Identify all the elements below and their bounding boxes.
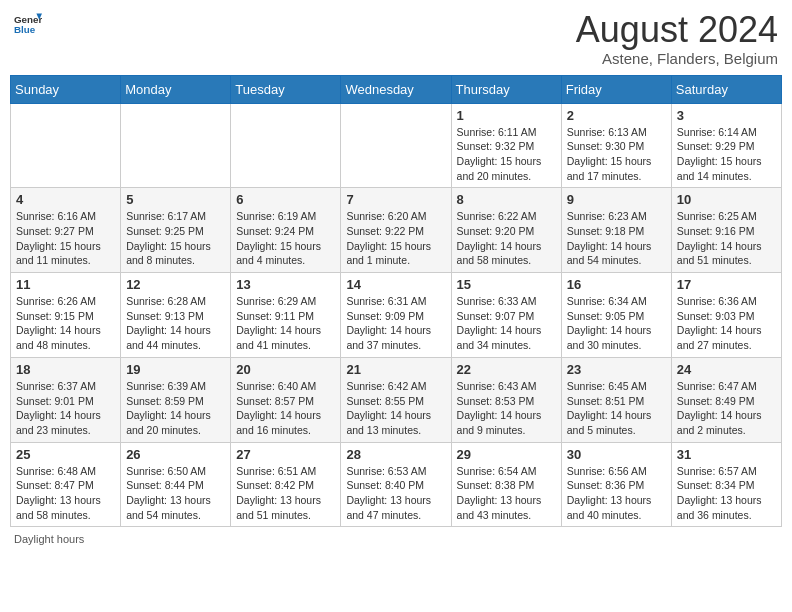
day-info: Sunrise: 6:22 AMSunset: 9:20 PMDaylight:…: [457, 209, 556, 268]
calendar-cell: 28Sunrise: 6:53 AMSunset: 8:40 PMDayligh…: [341, 442, 451, 527]
daylight-label: Daylight hours: [14, 533, 84, 545]
day-number: 17: [677, 277, 776, 292]
day-number: 22: [457, 362, 556, 377]
day-info: Sunrise: 6:23 AMSunset: 9:18 PMDaylight:…: [567, 209, 666, 268]
day-info: Sunrise: 6:16 AMSunset: 9:27 PMDaylight:…: [16, 209, 115, 268]
calendar-day-header: Thursday: [451, 75, 561, 103]
day-info: Sunrise: 6:11 AMSunset: 9:32 PMDaylight:…: [457, 125, 556, 184]
day-info: Sunrise: 6:26 AMSunset: 9:15 PMDaylight:…: [16, 294, 115, 353]
day-number: 1: [457, 108, 556, 123]
calendar-cell: 18Sunrise: 6:37 AMSunset: 9:01 PMDayligh…: [11, 357, 121, 442]
calendar-header-row: SundayMondayTuesdayWednesdayThursdayFrid…: [11, 75, 782, 103]
calendar-table: SundayMondayTuesdayWednesdayThursdayFrid…: [10, 75, 782, 528]
day-number: 21: [346, 362, 445, 377]
calendar-cell: 3Sunrise: 6:14 AMSunset: 9:29 PMDaylight…: [671, 103, 781, 188]
calendar-week-row: 11Sunrise: 6:26 AMSunset: 9:15 PMDayligh…: [11, 273, 782, 358]
page-header: General Blue August 2024 Astene, Flander…: [10, 10, 782, 67]
day-info: Sunrise: 6:36 AMSunset: 9:03 PMDaylight:…: [677, 294, 776, 353]
day-info: Sunrise: 6:40 AMSunset: 8:57 PMDaylight:…: [236, 379, 335, 438]
calendar-cell: 5Sunrise: 6:17 AMSunset: 9:25 PMDaylight…: [121, 188, 231, 273]
day-info: Sunrise: 6:53 AMSunset: 8:40 PMDaylight:…: [346, 464, 445, 523]
day-number: 15: [457, 277, 556, 292]
calendar-day-header: Monday: [121, 75, 231, 103]
calendar-day-header: Wednesday: [341, 75, 451, 103]
day-info: Sunrise: 6:45 AMSunset: 8:51 PMDaylight:…: [567, 379, 666, 438]
calendar-cell: 10Sunrise: 6:25 AMSunset: 9:16 PMDayligh…: [671, 188, 781, 273]
day-number: 26: [126, 447, 225, 462]
calendar-cell: 9Sunrise: 6:23 AMSunset: 9:18 PMDaylight…: [561, 188, 671, 273]
calendar-day-header: Friday: [561, 75, 671, 103]
day-info: Sunrise: 6:57 AMSunset: 8:34 PMDaylight:…: [677, 464, 776, 523]
day-info: Sunrise: 6:51 AMSunset: 8:42 PMDaylight:…: [236, 464, 335, 523]
calendar-cell: 21Sunrise: 6:42 AMSunset: 8:55 PMDayligh…: [341, 357, 451, 442]
day-info: Sunrise: 6:43 AMSunset: 8:53 PMDaylight:…: [457, 379, 556, 438]
day-number: 19: [126, 362, 225, 377]
calendar-week-row: 1Sunrise: 6:11 AMSunset: 9:32 PMDaylight…: [11, 103, 782, 188]
day-number: 16: [567, 277, 666, 292]
calendar-cell: 14Sunrise: 6:31 AMSunset: 9:09 PMDayligh…: [341, 273, 451, 358]
calendar-cell: 12Sunrise: 6:28 AMSunset: 9:13 PMDayligh…: [121, 273, 231, 358]
calendar-cell: 7Sunrise: 6:20 AMSunset: 9:22 PMDaylight…: [341, 188, 451, 273]
calendar-week-row: 25Sunrise: 6:48 AMSunset: 8:47 PMDayligh…: [11, 442, 782, 527]
day-info: Sunrise: 6:37 AMSunset: 9:01 PMDaylight:…: [16, 379, 115, 438]
day-number: 7: [346, 192, 445, 207]
day-info: Sunrise: 6:47 AMSunset: 8:49 PMDaylight:…: [677, 379, 776, 438]
day-info: Sunrise: 6:34 AMSunset: 9:05 PMDaylight:…: [567, 294, 666, 353]
calendar-cell: 19Sunrise: 6:39 AMSunset: 8:59 PMDayligh…: [121, 357, 231, 442]
calendar-cell: 15Sunrise: 6:33 AMSunset: 9:07 PMDayligh…: [451, 273, 561, 358]
svg-text:Blue: Blue: [14, 24, 36, 35]
day-info: Sunrise: 6:50 AMSunset: 8:44 PMDaylight:…: [126, 464, 225, 523]
day-info: Sunrise: 6:54 AMSunset: 8:38 PMDaylight:…: [457, 464, 556, 523]
day-number: 4: [16, 192, 115, 207]
day-number: 31: [677, 447, 776, 462]
page-subtitle: Astene, Flanders, Belgium: [576, 50, 778, 67]
day-number: 8: [457, 192, 556, 207]
calendar-cell: 4Sunrise: 6:16 AMSunset: 9:27 PMDaylight…: [11, 188, 121, 273]
logo-icon: General Blue: [14, 10, 42, 38]
calendar-cell: 24Sunrise: 6:47 AMSunset: 8:49 PMDayligh…: [671, 357, 781, 442]
calendar-cell: 26Sunrise: 6:50 AMSunset: 8:44 PMDayligh…: [121, 442, 231, 527]
day-number: 10: [677, 192, 776, 207]
day-number: 29: [457, 447, 556, 462]
calendar-cell: 25Sunrise: 6:48 AMSunset: 8:47 PMDayligh…: [11, 442, 121, 527]
day-info: Sunrise: 6:17 AMSunset: 9:25 PMDaylight:…: [126, 209, 225, 268]
day-info: Sunrise: 6:28 AMSunset: 9:13 PMDaylight:…: [126, 294, 225, 353]
day-number: 3: [677, 108, 776, 123]
title-block: August 2024 Astene, Flanders, Belgium: [576, 10, 778, 67]
day-number: 9: [567, 192, 666, 207]
calendar-cell: 23Sunrise: 6:45 AMSunset: 8:51 PMDayligh…: [561, 357, 671, 442]
calendar-footer: Daylight hours: [10, 533, 782, 545]
day-number: 25: [16, 447, 115, 462]
day-number: 11: [16, 277, 115, 292]
calendar-cell: 29Sunrise: 6:54 AMSunset: 8:38 PMDayligh…: [451, 442, 561, 527]
day-number: 30: [567, 447, 666, 462]
day-info: Sunrise: 6:33 AMSunset: 9:07 PMDaylight:…: [457, 294, 556, 353]
calendar-week-row: 4Sunrise: 6:16 AMSunset: 9:27 PMDaylight…: [11, 188, 782, 273]
calendar-cell: 31Sunrise: 6:57 AMSunset: 8:34 PMDayligh…: [671, 442, 781, 527]
calendar-cell: 27Sunrise: 6:51 AMSunset: 8:42 PMDayligh…: [231, 442, 341, 527]
day-info: Sunrise: 6:25 AMSunset: 9:16 PMDaylight:…: [677, 209, 776, 268]
page-title: August 2024: [576, 10, 778, 50]
calendar-cell: 6Sunrise: 6:19 AMSunset: 9:24 PMDaylight…: [231, 188, 341, 273]
calendar-cell: 1Sunrise: 6:11 AMSunset: 9:32 PMDaylight…: [451, 103, 561, 188]
day-number: 28: [346, 447, 445, 462]
calendar-week-row: 18Sunrise: 6:37 AMSunset: 9:01 PMDayligh…: [11, 357, 782, 442]
day-number: 5: [126, 192, 225, 207]
day-info: Sunrise: 6:31 AMSunset: 9:09 PMDaylight:…: [346, 294, 445, 353]
day-info: Sunrise: 6:48 AMSunset: 8:47 PMDaylight:…: [16, 464, 115, 523]
day-number: 13: [236, 277, 335, 292]
day-number: 14: [346, 277, 445, 292]
day-number: 20: [236, 362, 335, 377]
calendar-cell: [121, 103, 231, 188]
calendar-cell: 13Sunrise: 6:29 AMSunset: 9:11 PMDayligh…: [231, 273, 341, 358]
calendar-cell: 17Sunrise: 6:36 AMSunset: 9:03 PMDayligh…: [671, 273, 781, 358]
calendar-day-header: Sunday: [11, 75, 121, 103]
day-number: 18: [16, 362, 115, 377]
day-info: Sunrise: 6:14 AMSunset: 9:29 PMDaylight:…: [677, 125, 776, 184]
day-info: Sunrise: 6:29 AMSunset: 9:11 PMDaylight:…: [236, 294, 335, 353]
day-number: 27: [236, 447, 335, 462]
calendar-cell: 8Sunrise: 6:22 AMSunset: 9:20 PMDaylight…: [451, 188, 561, 273]
calendar-cell: 22Sunrise: 6:43 AMSunset: 8:53 PMDayligh…: [451, 357, 561, 442]
day-number: 12: [126, 277, 225, 292]
calendar-cell: 20Sunrise: 6:40 AMSunset: 8:57 PMDayligh…: [231, 357, 341, 442]
